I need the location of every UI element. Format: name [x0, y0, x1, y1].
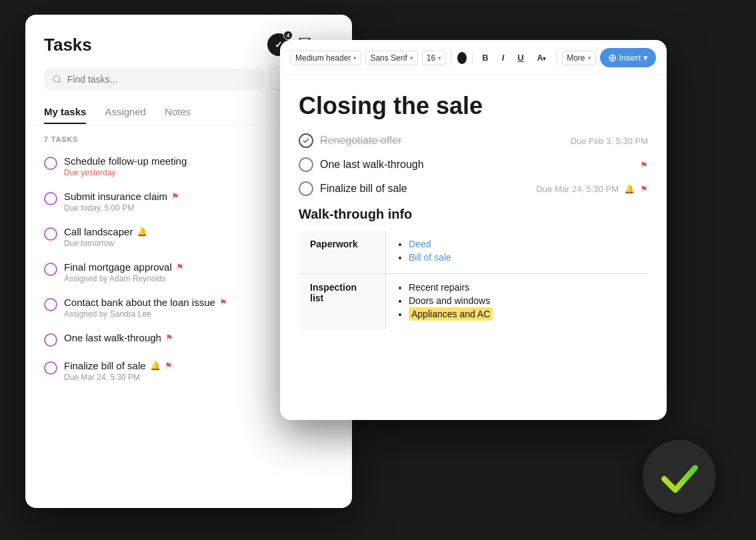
color-picker[interactable] [457, 52, 467, 64]
flag-icon: ⚑ [640, 184, 648, 194]
note-task-checkbox[interactable] [299, 181, 313, 196]
underline-button[interactable]: U [513, 50, 528, 65]
table-row: Inspectionlist Recent repairs Doors and … [299, 274, 648, 331]
flag-icon: ⚑ [171, 191, 179, 201]
notes-toolbar: Medium header ▾ Sans Serif ▾ 16 ▾ B I U … [280, 40, 667, 76]
insert-button[interactable]: ⊕ Insert ▾ [600, 48, 657, 67]
tab-notes[interactable]: Notes [165, 101, 191, 124]
note-task-name: One last walk-through [320, 159, 424, 171]
note-task-name: Renegotiate offer [320, 135, 401, 147]
task-checkbox[interactable] [44, 227, 57, 241]
flag-icon: ⚑ [219, 297, 227, 307]
task-checkbox[interactable] [44, 192, 57, 205]
note-task-checkbox[interactable] [299, 157, 313, 172]
note-task-row: Finalize bill of sale Due Mar 24, 5:30 P… [299, 181, 648, 196]
deed-link[interactable]: Deed [409, 239, 431, 249]
table-row-header: Paperwork [299, 231, 386, 274]
search-icon [52, 74, 62, 85]
text-size-button[interactable]: A▾ [533, 51, 551, 65]
checkmark-badge [643, 440, 716, 513]
task-checkbox[interactable] [44, 361, 57, 375]
flag-icon: ⚑ [176, 262, 184, 272]
bold-button[interactable]: B [477, 50, 493, 65]
toolbar-divider [451, 51, 452, 65]
task-checkbox[interactable] [44, 263, 57, 276]
bill-of-sale-link[interactable]: Bill of sale [409, 252, 451, 263]
highlighted-item: Appliances and AC [409, 307, 493, 321]
chevron-down-icon: ▾ [438, 55, 441, 61]
table-row-header: Inspectionlist [299, 274, 386, 331]
bell-icon: 🔔 [150, 361, 161, 371]
chevron-down-icon: ▾ [643, 53, 648, 63]
chevron-down-icon: ▾ [588, 55, 591, 61]
due-date: Due Feb 3, 5:30 PM [571, 136, 648, 146]
notes-title: Closing the sale [299, 92, 648, 120]
task-checkbox[interactable] [44, 333, 57, 347]
task-checkbox[interactable] [44, 157, 57, 170]
svg-line-2 [59, 81, 61, 83]
toolbar-divider [472, 51, 473, 65]
checkmark-icon [658, 455, 701, 499]
note-task-name: Finalize bill of sale [320, 183, 407, 195]
flag-icon: ⚑ [640, 160, 648, 170]
table-row: Paperwork Deed Bill of sale [299, 231, 648, 274]
flag-icon: ⚑ [165, 361, 173, 371]
note-task-checkbox[interactable] [299, 133, 313, 148]
note-task-row: One last walk-through ⚑ [299, 157, 648, 172]
search-input[interactable] [67, 74, 257, 85]
note-task-row: Renegotiate offer Due Feb 3, 5:30 PM [299, 133, 648, 148]
section-header: Walk-through info [299, 207, 648, 222]
heading-dropdown[interactable]: Medium header ▾ [291, 51, 361, 65]
tasks-title: Tasks [44, 35, 92, 55]
more-dropdown[interactable]: More ▾ [562, 51, 595, 65]
svg-point-1 [53, 75, 60, 82]
table-row-content: Deed Bill of sale [386, 231, 648, 274]
toolbar-divider [556, 51, 557, 65]
notes-content: Closing the sale Renegotiate offer Due F… [280, 76, 667, 420]
search-wrapper[interactable] [44, 69, 265, 90]
info-table: Paperwork Deed Bill of sale Inspectionli… [299, 230, 648, 331]
due-date: Due Mar 24, 5:30 PM [536, 184, 619, 194]
chevron-down-icon: ▾ [353, 55, 357, 61]
tab-my-tasks[interactable]: My tasks [44, 101, 86, 124]
font-dropdown[interactable]: Sans Serif ▾ [365, 51, 417, 65]
table-row-content: Recent repairs Doors and windows Applian… [386, 274, 648, 331]
bell-icon: 🔔 [137, 227, 147, 237]
tab-assigned[interactable]: Assigned [105, 101, 146, 124]
chevron-down-icon: ▾ [410, 55, 413, 61]
task-checkbox[interactable] [44, 298, 57, 311]
bell-icon: 🔔 [624, 184, 635, 194]
flag-icon: ⚑ [165, 333, 173, 343]
notes-panel: Medium header ▾ Sans Serif ▾ 16 ▾ B I U … [280, 40, 667, 420]
italic-button[interactable]: I [497, 50, 509, 65]
size-dropdown[interactable]: 16 ▾ [422, 51, 446, 65]
